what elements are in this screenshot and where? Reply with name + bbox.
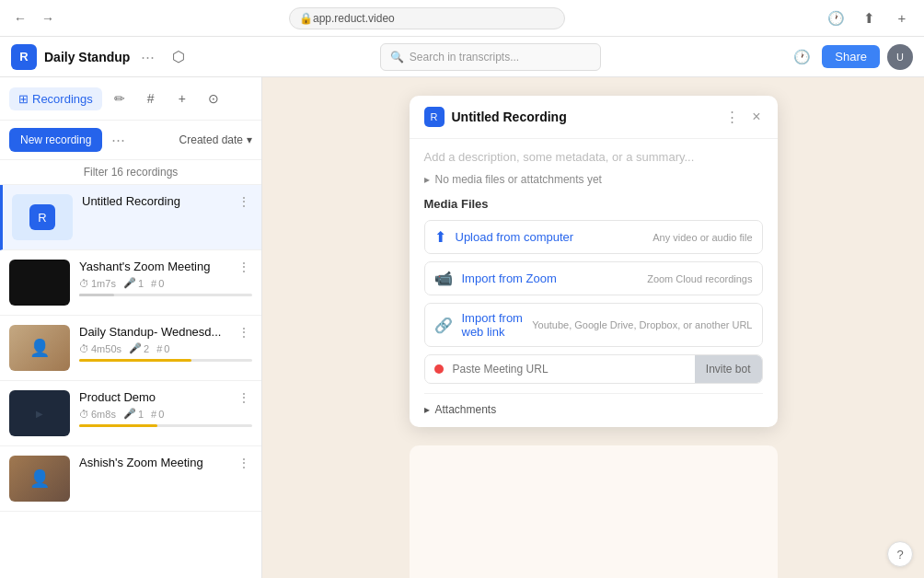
import-web-option[interactable]: 🔗 Import from web link Youtube, Google D… <box>424 303 763 347</box>
url-bar[interactable]: 🔒 app.reduct.video <box>289 7 565 29</box>
toolbar-more-button[interactable]: ⋯ <box>108 130 129 150</box>
recording-name: Product Demo <box>79 390 252 404</box>
duration: ⏱ 1m7s <box>79 278 116 289</box>
recording-thumbnail: 👤 <box>9 325 70 371</box>
recording-thumbnail: 👤 <box>9 456 70 502</box>
tags: # 0 <box>156 343 169 354</box>
record-dot <box>434 364 444 374</box>
help-button[interactable]: ? <box>887 541 913 567</box>
empty-content-area <box>410 445 778 578</box>
browser-bar: ← → 🔒 app.reduct.video 🕐 ⬆ + <box>0 0 924 37</box>
search-placeholder: Search in transcripts... <box>410 51 519 64</box>
search-transcripts-input[interactable]: 🔍 Search in transcripts... <box>380 43 601 71</box>
browser-actions: 🕐 ⬆ + <box>823 6 915 31</box>
recording-more-button[interactable]: ⋮ <box>234 192 254 211</box>
attachments-toggle[interactable]: ▸ Attachments <box>424 403 763 416</box>
recording-name: Untitled Recording <box>82 194 252 208</box>
recording-item[interactable]: 👤 Ashish's Zoom Meeting ⋮ <box>0 446 261 512</box>
progress-bar <box>79 359 252 362</box>
recording-modal: R Untitled Recording ⋮ × Add a descripti… <box>410 96 778 427</box>
share-browser-button[interactable]: ⬆ <box>856 6 882 31</box>
attachments-section: ▸ Attachments <box>424 393 763 416</box>
recording-item[interactable]: R Untitled Recording ⋮ <box>0 185 261 250</box>
recording-more-button[interactable]: ⋮ <box>234 258 254 276</box>
recording-name: Yashant's Zoom Meeting <box>79 260 252 273</box>
speakers: 🎤 1 <box>123 277 144 289</box>
recording-info: Untitled Recording <box>82 194 252 208</box>
recording-thumbnail <box>9 260 70 306</box>
sort-created-date[interactable]: Created date ▾ <box>179 133 252 146</box>
app-logo: R <box>11 44 37 70</box>
sidebar-toolbar: New recording ⋯ Created date ▾ <box>0 121 261 160</box>
recording-meta: ⏱ 6m8s 🎤 1 # 0 <box>79 408 252 420</box>
modal-icon: R <box>424 107 445 127</box>
duration: ⏱ 4m50s <box>79 343 121 354</box>
sidebar-toggle-button[interactable]: ⬡ <box>166 44 191 70</box>
progress-fill <box>79 424 157 427</box>
modal-close-button[interactable]: × <box>750 107 762 127</box>
progress-fill <box>79 294 114 296</box>
recording-meta: ⏱ 4m50s 🎤 2 # 0 <box>79 342 252 354</box>
main-content: R Untitled Recording ⋮ × Add a descripti… <box>262 77 924 578</box>
speakers: 🎤 2 <box>129 342 149 354</box>
upload-desc: Any video or audio file <box>653 232 752 243</box>
new-tab-button[interactable]: + <box>889 6 915 31</box>
web-desc: Youtube, Google Drive, Dropbox, or anoth… <box>532 319 752 330</box>
new-recording-button[interactable]: New recording <box>9 128 102 152</box>
progress-bar <box>79 424 252 427</box>
recording-name: Daily Standup- Wednesd... <box>79 325 252 339</box>
recording-more-button[interactable]: ⋮ <box>234 388 254 407</box>
avatar: U <box>887 44 913 70</box>
recordings-icon: ⊞ <box>18 92 29 106</box>
recording-thumbnail: R <box>12 194 73 240</box>
no-media-message: ▸ No media files or attatchments yet <box>424 173 763 186</box>
search-tab[interactable]: ⊙ <box>200 85 227 112</box>
invite-bot-button[interactable]: Invite bot <box>695 355 762 383</box>
recording-info: Daily Standup- Wednesd... ⏱ 4m50s 🎤 2 # … <box>79 325 252 362</box>
zoom-label: Import from Zoom <box>462 272 639 285</box>
chevron-right-icon: ▸ <box>424 403 430 416</box>
recording-more-button[interactable]: ⋮ <box>234 323 254 341</box>
modal-more-button[interactable]: ⋮ <box>722 107 743 127</box>
forward-button[interactable]: → <box>37 7 59 29</box>
tag-tab[interactable]: # <box>137 85 165 112</box>
edit-tab[interactable]: ✏ <box>106 85 133 112</box>
chevron-down-icon: ▾ <box>247 133 252 146</box>
sidebar-tabs: ⊞ Recordings ✏ # + ⊙ <box>0 77 261 121</box>
tags: # 0 <box>151 278 164 289</box>
zoom-desc: Zoom Cloud recordings <box>647 273 752 284</box>
upload-computer-option[interactable]: ⬆ Upload from computer Any video or audi… <box>424 220 763 254</box>
share-button[interactable]: Share <box>822 45 880 68</box>
recording-item[interactable]: 👤 Daily Standup- Wednesd... ⏱ 4m50s 🎤 2 … <box>0 316 261 381</box>
workspace-more-button[interactable]: ⋯ <box>137 47 158 67</box>
recording-more-button[interactable]: ⋮ <box>234 454 254 472</box>
arrow-icon: ▸ <box>424 173 430 186</box>
zoom-icon: 📹 <box>434 270 453 287</box>
history-button[interactable]: 🕐 <box>823 6 849 31</box>
recording-info: Ashish's Zoom Meeting <box>79 456 252 469</box>
duration: ⏱ 6m8s <box>79 409 116 420</box>
clock-button[interactable]: 🕐 <box>789 44 814 70</box>
link-icon: 🔗 <box>434 317 453 334</box>
app-bar: R Daily Standup ⋯ ⬡ 🔍 Search in transcri… <box>0 37 924 77</box>
tags: # 0 <box>151 409 164 420</box>
lock-icon: 🔒 <box>299 12 313 25</box>
recording-info: Yashant's Zoom Meeting ⏱ 1m7s 🎤 1 # 0 <box>79 260 252 296</box>
recordings-tab[interactable]: ⊞ Recordings <box>9 87 102 110</box>
body: ⊞ Recordings ✏ # + ⊙ New recording ⋯ Cre… <box>0 77 924 578</box>
filter-bar: Filter 16 recordings <box>0 160 261 185</box>
search-area: 🔍 Search in transcripts... <box>199 43 781 71</box>
description-field[interactable]: Add a description, some metadata, or a s… <box>424 150 763 164</box>
thumb-app-icon: R <box>29 204 55 230</box>
recording-item[interactable]: ▶ Product Demo ⏱ 6m8s 🎤 1 # 0 ⋮ <box>0 381 261 446</box>
modal-title: Untitled Recording <box>452 110 715 124</box>
recording-thumbnail: ▶ <box>9 390 70 436</box>
add-tab[interactable]: + <box>168 85 196 112</box>
import-zoom-option[interactable]: 📹 Import from Zoom Zoom Cloud recordings <box>424 261 763 295</box>
paste-url-input[interactable] <box>453 355 695 383</box>
modal-body: Add a description, some metadata, or a s… <box>410 139 778 427</box>
media-files-title: Media Files <box>424 197 763 211</box>
recording-item[interactable]: Yashant's Zoom Meeting ⏱ 1m7s 🎤 1 # 0 ⋮ <box>0 250 261 316</box>
back-button[interactable]: ← <box>9 7 31 29</box>
progress-fill <box>79 359 191 362</box>
